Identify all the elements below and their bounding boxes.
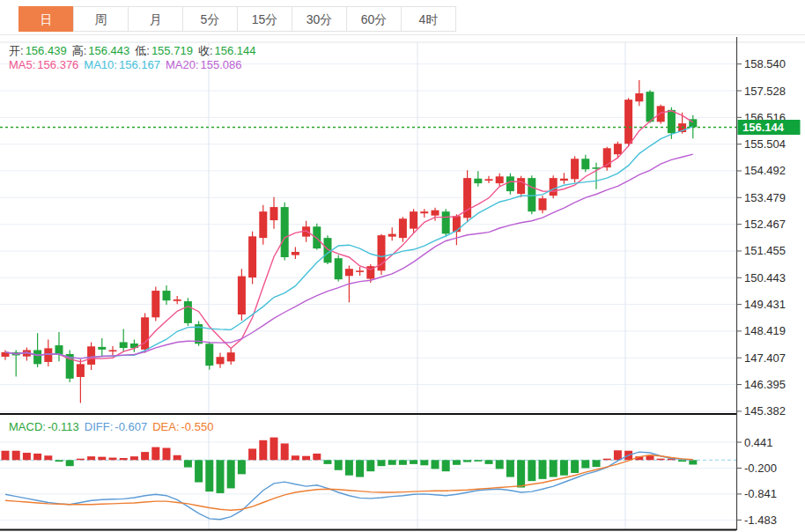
period-toolbar: 日周月5分15分30分60分4时 <box>0 0 805 35</box>
price-axis-label: 147.407 <box>744 351 786 365</box>
macd-hist-bar <box>205 460 213 491</box>
ohlc-value-4: 156.144 <box>215 44 256 57</box>
candle-body <box>453 216 461 232</box>
candle-body <box>432 211 439 216</box>
candle-body <box>227 352 235 361</box>
macd-hist-bar <box>248 448 256 460</box>
candle-body <box>539 198 547 210</box>
macd-hist-bar <box>366 460 374 471</box>
ohlc-label-3: 低: <box>135 44 150 57</box>
ohlc-label-1: 开: <box>9 44 24 57</box>
tab-period-1[interactable]: 日 <box>18 6 74 32</box>
macd-hist-bar <box>453 460 461 465</box>
macd-label-1: MACD: <box>9 420 46 433</box>
candle-body <box>98 347 106 350</box>
price-axis-label: 158.540 <box>744 57 786 70</box>
price-axis-label: 157.528 <box>744 85 786 98</box>
macd-hist-bar <box>324 460 332 464</box>
ma-value-1: 156.376 <box>37 58 78 71</box>
candle-body <box>33 350 41 364</box>
macd-value-2: -0.607 <box>114 420 147 433</box>
candle-body <box>506 176 514 191</box>
candle-body <box>44 348 52 362</box>
candle-body <box>120 342 128 348</box>
panel-divider <box>0 413 736 415</box>
candle-body <box>77 364 85 377</box>
candle-body <box>560 179 568 181</box>
tab-period-8[interactable]: 4时 <box>401 6 456 32</box>
candle-body <box>151 291 159 317</box>
candle-body <box>205 344 213 366</box>
tab-period-6[interactable]: 30分 <box>292 6 347 32</box>
macd-label-2: DIFF: <box>85 420 114 433</box>
macd-hist-bar <box>98 457 106 461</box>
macd-hist-bar <box>496 460 504 469</box>
tab-period-5[interactable]: 15分 <box>237 6 292 32</box>
tab-period-3[interactable]: 月 <box>128 6 183 32</box>
candle-body <box>614 144 622 154</box>
ohlc-value-1: 156.439 <box>26 44 67 57</box>
price-axis-label: 145.382 <box>744 404 786 417</box>
candle-body <box>485 179 493 181</box>
ma5-line <box>5 111 693 362</box>
price-axis-label: 151.455 <box>744 244 786 257</box>
macd-hist-bar <box>259 440 267 460</box>
macd-hist-bar <box>163 448 171 461</box>
macd-value-3: -0.550 <box>181 420 214 433</box>
candle-body <box>646 92 654 122</box>
macd-hist-bar <box>12 451 20 461</box>
macd-hist-bar <box>442 460 450 471</box>
ohlc-label-4: 收: <box>198 44 213 57</box>
candle-body <box>635 93 643 101</box>
macd-value-1: -0.113 <box>48 420 79 433</box>
candle-body <box>238 277 246 314</box>
ma20-line <box>5 154 693 358</box>
macd-label-3: DEA: <box>152 420 179 433</box>
macd-axis-label: 0.441 <box>744 436 773 449</box>
candle-body <box>624 100 632 144</box>
macd-hist-bar <box>313 454 321 460</box>
price-axis-label: 148.419 <box>744 324 786 337</box>
candle-body <box>335 258 343 279</box>
candle-body <box>496 176 504 183</box>
ma-value-2: 156.167 <box>119 58 160 71</box>
macd-hist-bar <box>485 460 493 464</box>
macd-hist-bar <box>217 460 225 493</box>
ohlc-info-row: 开:156.439高:156.443低:155.719收:156.144 <box>9 43 262 59</box>
tab-period-4[interactable]: 5分 <box>182 6 238 32</box>
bottom-border <box>0 529 736 531</box>
candle-body <box>281 207 289 257</box>
candle-body <box>668 110 676 133</box>
candle-body <box>345 269 353 276</box>
macd-axis-label: -0.841 <box>744 487 777 500</box>
candle-body <box>581 159 589 169</box>
price-axis-label: 153.479 <box>744 191 786 204</box>
macd-axis-label: -1.483 <box>744 514 777 527</box>
macd-hist-bar <box>292 455 299 460</box>
candle-body <box>184 301 192 323</box>
candle-body <box>248 236 256 277</box>
candle-body <box>109 350 117 351</box>
candle-body <box>657 106 665 122</box>
tab-period-2[interactable]: 周 <box>73 6 129 32</box>
price-axis-label: 154.492 <box>744 164 786 177</box>
candle-body <box>174 299 181 301</box>
macd-hist-bar <box>335 460 343 469</box>
price-axis-label: 152.467 <box>744 218 786 231</box>
price-axis-label: 149.431 <box>744 298 786 311</box>
macd-hist-bar <box>678 460 686 462</box>
macd-hist-bar <box>378 460 386 466</box>
ohlc-value-2: 156.443 <box>88 44 129 57</box>
macd-hist-bar <box>345 460 353 475</box>
candle-body <box>87 346 95 365</box>
macd-hist-bar <box>151 447 159 461</box>
candle-body <box>442 211 450 233</box>
macd-hist-bar <box>614 450 622 460</box>
ma-value-3: 155.086 <box>201 58 242 71</box>
candle-body <box>550 178 558 196</box>
macd-hist-bar <box>141 452 149 460</box>
chart-area[interactable]: 158.540157.528156.516155.504154.492153.4… <box>0 35 805 532</box>
kline-chart-canvas[interactable]: 158.540157.528156.516155.504154.492153.4… <box>0 35 805 532</box>
macd-hist-bar <box>302 456 310 461</box>
tab-period-7[interactable]: 60分 <box>346 6 402 32</box>
